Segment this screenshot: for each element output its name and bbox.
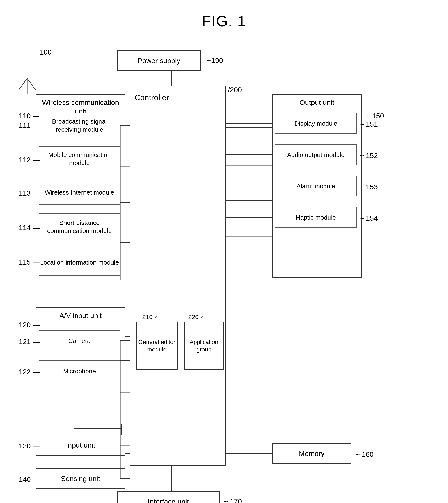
- interface-unit-label: Interface unit: [148, 497, 189, 503]
- svg-line-1: [19, 78, 27, 90]
- short-distance-box: Short-distance communication module: [39, 213, 120, 240]
- short-distance-label: Short-distance communication module: [39, 219, 120, 235]
- alarm-module-box: Alarm module: [275, 175, 357, 196]
- interface-unit-box: Interface unit: [117, 491, 220, 503]
- ref-110: 110 —: [19, 112, 40, 120]
- ref-130: 130 —: [19, 442, 40, 450]
- ref-200: /200: [228, 86, 242, 94]
- ref-154: ~ 154: [360, 214, 378, 222]
- sensing-unit-box: Sensing unit: [35, 468, 126, 489]
- audio-output-box: Audio output module: [275, 144, 357, 165]
- input-unit-box: Input unit: [35, 435, 126, 456]
- power-supply-label: Power supply: [138, 56, 180, 65]
- camera-label: Camera: [68, 337, 91, 345]
- location-info-label: Location information module: [40, 258, 119, 267]
- svg-line-2: [27, 78, 35, 90]
- wireless-internet-box: Wireless Internet module: [39, 180, 120, 205]
- mobile-comm-label: Mobile communication module: [39, 151, 120, 167]
- ref-112: 112 —: [19, 156, 40, 164]
- app-group-box: Application group: [184, 322, 224, 370]
- ref-121: 121 —: [19, 337, 40, 346]
- power-supply-box: Power supply: [117, 50, 201, 71]
- ref-153: ~ 153: [360, 183, 378, 191]
- ref-151: ~ 151: [360, 120, 378, 128]
- controller-label: Controller: [134, 93, 169, 103]
- av-input-label: A/V input unit: [39, 311, 122, 320]
- ref-190: ~190: [207, 56, 223, 64]
- general-editor-box: General editor module: [136, 322, 178, 370]
- wireless-internet-label: Wireless Internet module: [45, 188, 114, 196]
- page-title: FIG. 1: [0, 0, 448, 30]
- ref-140: 140 —: [19, 475, 40, 484]
- camera-box: Camera: [39, 330, 120, 351]
- ref-152: ~ 152: [360, 152, 378, 160]
- memory-box: Memory: [272, 443, 351, 464]
- sensing-unit-label: Sensing unit: [61, 474, 100, 483]
- ref-115: 115 —: [19, 258, 40, 266]
- general-editor-label: General editor module: [137, 338, 177, 354]
- ref-114: 114 —: [19, 224, 40, 232]
- memory-label: Memory: [299, 449, 325, 458]
- microphone-box: Microphone: [39, 361, 120, 381]
- ref-120: 120 —: [19, 321, 40, 329]
- ref-170: ~ 170: [224, 497, 242, 503]
- alarm-module-label: Alarm module: [296, 182, 335, 190]
- controller-box: Controller: [130, 86, 226, 466]
- input-unit-label: Input unit: [66, 440, 95, 450]
- location-info-box: Location information module: [39, 249, 120, 276]
- ref-113: 113 —: [19, 189, 40, 197]
- mobile-comm-box: Mobile communication module: [39, 146, 120, 171]
- display-module-box: Display module: [275, 113, 357, 134]
- microphone-label: Microphone: [63, 367, 96, 375]
- ref-111: 111 —: [19, 121, 40, 129]
- ref-160: ~ 160: [356, 450, 374, 458]
- audio-output-label: Audio output module: [287, 151, 345, 159]
- broadcasting-module-label: Broadcasting signal receiving module: [39, 117, 120, 134]
- display-module-label: Display module: [294, 119, 337, 127]
- diagram-container: 100 Power supply ~190 Controller /200 Ge…: [0, 38, 448, 497]
- ref-122: 122 —: [19, 368, 40, 376]
- output-unit-label: Output unit: [276, 98, 358, 107]
- ref-100: 100: [40, 48, 52, 56]
- broadcasting-module-box: Broadcasting signal receiving module: [39, 113, 120, 138]
- app-group-label: Application group: [185, 338, 223, 354]
- ref-150: ~ 150: [366, 112, 384, 120]
- haptic-module-label: Haptic module: [296, 213, 336, 221]
- haptic-module-box: Haptic module: [275, 207, 357, 228]
